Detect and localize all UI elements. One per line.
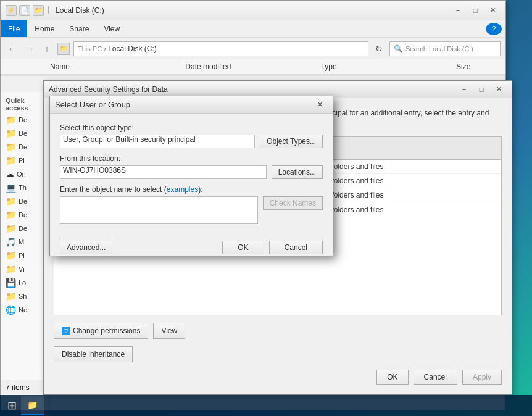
taskbar-explorer[interactable]: 📁	[21, 396, 44, 415]
back-button[interactable]: ←	[6, 42, 19, 56]
sidebar-icon-12: 💾	[6, 278, 16, 288]
search-box[interactable]: 🔍 Search Local Disk (C:)	[389, 41, 501, 56]
explorer-title: Local Disk (C:)	[56, 6, 450, 15]
check-names-button[interactable]: Check Names	[263, 196, 323, 210]
close-button[interactable]: ✕	[484, 4, 501, 17]
items-count: 7 items	[6, 383, 30, 392]
titlebar-nav-icons: ⚡ 📄 📁 |	[6, 5, 51, 16]
local-disk-crumb: Local Disk (C:)	[108, 44, 157, 53]
object-type-row: User, Group, or Built-in security princi…	[60, 135, 323, 148]
sidebar-icon-6: 📁	[6, 196, 16, 206]
sidebar-item-14[interactable]: 🌐Ne	[1, 303, 49, 317]
sidebar: Quick access 📁De 📁De 📁De 📁Pi ☁On 💻Th 📁De…	[1, 92, 50, 410]
menu-file[interactable]: File	[1, 20, 27, 37]
sidebar-item-3[interactable]: 📁Pi	[1, 154, 49, 167]
view-button[interactable]: View	[153, 323, 185, 339]
sidebar-item-9[interactable]: 🎵M	[1, 235, 49, 249]
sidebar-icon-4: ☁	[6, 169, 14, 179]
search-icon: 🔍	[394, 44, 403, 53]
menu-view[interactable]: View	[96, 20, 127, 37]
quick-access-icon[interactable]: ⚡	[6, 5, 17, 16]
examples-link[interactable]: examples	[167, 185, 198, 194]
location-display: WIN-OJ7HO0386S	[60, 165, 267, 179]
sidebar-item-12[interactable]: 💾Lo	[1, 276, 49, 289]
sidebar-icon-8: 📁	[6, 223, 16, 233]
quick-access-label: Quick access	[1, 94, 49, 113]
security-maximize-button[interactable]: □	[473, 83, 489, 96]
menu-share[interactable]: Share	[62, 20, 96, 37]
disable-inheritance-row: Disable inheritance	[54, 346, 502, 362]
sidebar-item-7[interactable]: 📁De	[1, 208, 49, 222]
desktop: ⚡ 📄 📁 | Local Disk (C:) − □ ✕ File Home …	[0, 0, 532, 416]
sidebar-item-11[interactable]: 📁Vi	[1, 262, 49, 276]
ok-button[interactable]: OK	[222, 241, 264, 254]
start-button[interactable]: ⊞	[2, 396, 21, 415]
sidebar-item-6[interactable]: 📁De	[1, 194, 49, 208]
sidebar-icon-10: 📁	[6, 251, 16, 260]
address-bar: ← → ↑ 📁 This PC › Local Disk (C:) ↻ 🔍 Se…	[1, 38, 505, 60]
object-type-label: Select this object type:	[60, 123, 323, 132]
advanced-button[interactable]: Advanced...	[60, 241, 112, 254]
col-date[interactable]: Date modified	[185, 62, 320, 71]
folder-nav-icon[interactable]: 📁	[57, 43, 70, 55]
security-window-title: Advanced Security Settings for Data	[49, 85, 456, 94]
minimize-button[interactable]: −	[450, 4, 466, 17]
forward-button[interactable]: →	[23, 42, 36, 56]
security-cancel-button[interactable]: Cancel	[414, 370, 457, 385]
object-name-label: Enter the object name to select (example…	[60, 185, 323, 194]
sidebar-icon-2: 📁	[6, 142, 16, 152]
location-label: From this location:	[60, 154, 323, 163]
taskbar-folder-icon: 📁	[27, 400, 38, 410]
sidebar-item-4[interactable]: ☁On	[1, 167, 49, 181]
this-pc-crumb: This PC	[78, 45, 102, 52]
object-name-input[interactable]	[60, 196, 258, 224]
disable-inheritance-button[interactable]: Disable inheritance	[54, 346, 133, 362]
sidebar-item-1[interactable]: 📁De	[1, 127, 49, 140]
col-size[interactable]: Size	[456, 62, 505, 71]
dialog-titlebar: Select User or Group ✕	[50, 96, 333, 114]
security-close-button[interactable]: ✕	[491, 83, 507, 96]
security-ok-button[interactable]: OK	[376, 370, 408, 385]
sidebar-item-10[interactable]: 📁Pi	[1, 249, 49, 262]
security-action-buttons: 🛡 Change permissions View	[54, 323, 502, 339]
object-type-display: User, Group, or Built-in security princi…	[60, 135, 255, 148]
sidebar-icon-9: 🎵	[6, 237, 16, 247]
sidebar-icon-1: 📁	[6, 128, 16, 138]
col-name[interactable]: Name	[50, 62, 185, 71]
object-name-row: Check Names	[60, 196, 323, 226]
column-headers: Name Date modified Type Size	[1, 60, 505, 76]
sidebar-icon-13: 📁	[6, 291, 16, 301]
security-minimize-button[interactable]: −	[456, 83, 472, 96]
security-apply-button[interactable]: Apply	[462, 370, 502, 385]
help-button[interactable]: ?	[486, 23, 502, 35]
menu-home[interactable]: Home	[27, 20, 62, 37]
up-button[interactable]: ↑	[40, 42, 54, 56]
explorer-window-controls: − □ ✕	[450, 4, 501, 17]
locations-button[interactable]: Locations...	[272, 165, 323, 179]
dialog-footer: Advanced... OK Cancel	[50, 236, 333, 259]
address-input[interactable]: This PC › Local Disk (C:)	[73, 41, 368, 56]
sidebar-icon-7: 📁	[6, 210, 16, 220]
sidebar-item-13[interactable]: 📁Sh	[1, 289, 49, 303]
sidebar-item-0[interactable]: 📁De	[1, 113, 49, 127]
select-user-dialog: Select User or Group ✕ Select this objec…	[49, 96, 333, 256]
menu-bar: File Home Share View ?	[1, 20, 505, 38]
refresh-button[interactable]: ↻	[372, 42, 386, 56]
sidebar-icon-0: 📁	[6, 115, 16, 125]
location-group: From this location: WIN-OJ7HO0386S Locat…	[60, 154, 323, 179]
dialog-footer-ok-cancel: OK Cancel	[222, 241, 323, 254]
change-permissions-button[interactable]: 🛡 Change permissions	[54, 323, 148, 339]
security-footer-buttons: OK Cancel Apply	[54, 370, 502, 385]
sidebar-item-8[interactable]: 📁De	[1, 222, 49, 235]
sidebar-icon-5: 💻	[6, 183, 16, 193]
cancel-button[interactable]: Cancel	[269, 241, 323, 254]
dialog-close-button[interactable]: ✕	[312, 99, 328, 111]
object-name-area	[60, 196, 258, 226]
maximize-button[interactable]: □	[467, 4, 483, 17]
object-types-button[interactable]: Object Types...	[260, 135, 323, 148]
properties-icon[interactable]: 📁	[33, 5, 44, 16]
sidebar-item-2[interactable]: 📁De	[1, 140, 49, 154]
new-folder-icon[interactable]: 📄	[19, 5, 30, 16]
col-type[interactable]: Type	[321, 62, 456, 71]
sidebar-item-5[interactable]: 💻Th	[1, 181, 49, 194]
